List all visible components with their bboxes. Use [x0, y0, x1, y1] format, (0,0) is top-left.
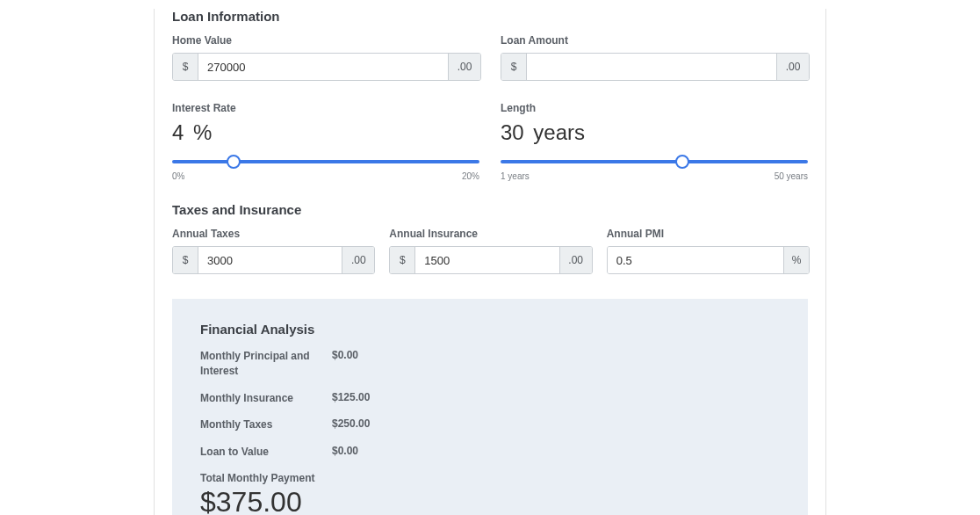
currency-prefix: $ [173, 54, 198, 80]
annual-taxes-label: Annual Taxes [172, 228, 373, 240]
annual-insurance-label: Annual Insurance [389, 228, 590, 240]
currency-prefix: $ [390, 247, 415, 273]
annual-taxes-input[interactable] [198, 247, 342, 273]
decimal-suffix: .00 [776, 54, 809, 80]
length-thumb[interactable] [675, 155, 689, 169]
analysis-value: $250.00 [332, 417, 370, 432]
interest-rate-value: 4 % [172, 120, 479, 145]
home-value-label: Home Value [172, 34, 479, 47]
interest-rate-slider[interactable] [172, 154, 479, 170]
length-label: Length [501, 102, 808, 114]
interest-rate-max: 20% [462, 171, 479, 181]
loan-amount-input-group[interactable]: $ .00 [501, 53, 810, 81]
annual-taxes-input-group[interactable]: $ .00 [172, 246, 375, 274]
decimal-suffix: .00 [448, 54, 480, 80]
section-analysis-title: Financial Analysis [200, 322, 780, 337]
decimal-suffix: .00 [342, 247, 374, 273]
home-value-input-group[interactable]: $ .00 [172, 53, 481, 81]
analysis-value: $0.00 [332, 349, 358, 379]
analysis-row: Monthly Insurance $125.00 [200, 391, 780, 406]
currency-prefix: $ [501, 54, 527, 80]
financial-analysis-panel: Financial Analysis Monthly Principal and… [172, 299, 808, 515]
length-slider[interactable] [501, 154, 808, 170]
analysis-value: $0.00 [332, 445, 358, 460]
analysis-row: Loan to Value $0.00 [200, 445, 780, 460]
section-taxes-title: Taxes and Insurance [172, 202, 808, 217]
annual-insurance-input-group[interactable]: $ .00 [389, 246, 592, 274]
analysis-key: Monthly Principal and Interest [200, 349, 332, 379]
analysis-key: Loan to Value [200, 445, 332, 460]
decimal-suffix: .00 [559, 247, 592, 273]
analysis-key: Monthly Taxes [200, 417, 332, 432]
analysis-key: Monthly Insurance [200, 391, 332, 406]
length-min: 1 years [501, 171, 530, 181]
interest-rate-min: 0% [172, 171, 184, 181]
interest-rate-label: Interest Rate [172, 102, 479, 114]
analysis-value: $125.00 [332, 391, 370, 406]
loan-amount-label: Loan Amount [501, 34, 808, 47]
length-max: 50 years [775, 171, 808, 181]
currency-prefix: $ [173, 247, 198, 273]
annual-pmi-label: Annual PMI [607, 228, 808, 240]
loan-amount-input[interactable] [527, 54, 776, 80]
percent-suffix: % [783, 247, 809, 273]
total-monthly-payment-value: $375.00 [200, 486, 780, 515]
total-monthly-payment-label: Total Monthly Payment [200, 472, 780, 484]
home-value-input[interactable] [198, 54, 448, 80]
interest-rate-thumb[interactable] [227, 155, 241, 169]
analysis-row: Monthly Taxes $250.00 [200, 417, 780, 432]
length-value: 30 years [501, 120, 808, 145]
annual-pmi-input-group[interactable]: % [607, 246, 810, 274]
annual-insurance-input[interactable] [415, 247, 558, 273]
analysis-row: Monthly Principal and Interest $0.00 [200, 349, 780, 379]
section-loan-info-title: Loan Information [172, 9, 808, 24]
annual-pmi-input[interactable] [608, 247, 783, 273]
